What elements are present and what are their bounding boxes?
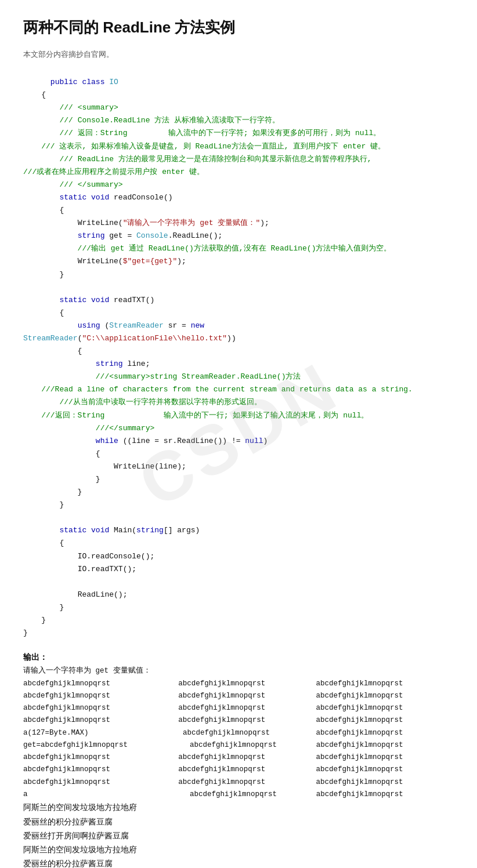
output-row-5: a(127=Byte.MAX) abcdefghijklmnopqrst abc… xyxy=(23,727,454,739)
col2-5: abcdefghijklmnopqrst xyxy=(178,727,316,739)
cn-line-4: 阿斯兰的空间发垃圾地方拉地府 xyxy=(23,843,454,857)
col2-1: abcdefghijklmnopqrst xyxy=(178,678,316,690)
col1-8: abcdefghijklmnopqrst xyxy=(23,776,178,789)
col3-6: abcdefghijklmnopqrst xyxy=(316,751,454,764)
col2-4: abcdefghijklmnopqrst xyxy=(178,714,316,727)
cn-line-3: 爱丽丝打开房间啊拉萨酱豆腐 xyxy=(23,829,454,843)
output-row-1: abcdefghijklmnopqrst abcdefghijklmnopqrs… xyxy=(23,678,454,690)
output-row-4: abcdefghijklmnopqrst abcdefghijklmnopqrs… xyxy=(23,714,454,727)
col2-9: abcdefghijklmnopqrst xyxy=(178,789,316,801)
col2-6: abcdefghijklmnopqrst xyxy=(178,751,316,764)
cn-line-5: 爱丽丝的积分拉萨酱豆腐 xyxy=(23,857,454,868)
col2-get: abcdefghijklmnopqrst xyxy=(178,739,316,751)
output-row-3: abcdefghijklmnopqrst abcdefghijklmnopqrs… xyxy=(23,702,454,714)
col3-8: abcdefghijklmnopqrst xyxy=(316,776,454,789)
output-row-8: abcdefghijklmnopqrst abcdefghijklmnopqrs… xyxy=(23,776,454,789)
col1-3: abcdefghijklmnopqrst xyxy=(23,702,178,714)
col3-4: abcdefghijklmnopqrst xyxy=(316,714,454,727)
col1-9: a xyxy=(23,789,178,801)
col1-1: abcdefghijklmnopqrst xyxy=(23,678,178,690)
intro-text: 本文部分内容摘抄自官网。 xyxy=(23,49,454,60)
col3-3: abcdefghijklmnopqrst xyxy=(316,702,454,714)
output-row-6: abcdefghijklmnopqrst abcdefghijklmnopqrs… xyxy=(23,751,454,764)
output-label: 输出： xyxy=(23,651,454,664)
col1-5: a(127=Byte.MAX) xyxy=(23,727,178,739)
output-line1: 请输入一个字符串为 get 变量赋值： xyxy=(23,665,454,677)
col2-2: abcdefghijklmnopqrst xyxy=(178,690,316,702)
col1-get: get=abcdefghijklmnopqrst xyxy=(23,739,178,751)
code-block: public class IO { /// <summary> /// Cons… xyxy=(23,63,454,640)
col3-7: abcdefghijklmnopqrst xyxy=(316,764,454,776)
output-row-9: a abcdefghijklmnopqrst abcdefghijklmnopq… xyxy=(23,789,454,801)
cn-line-2: 爱丽丝的积分拉萨酱豆腐 xyxy=(23,815,454,829)
col3-5: abcdefghijklmnopqrst xyxy=(316,727,454,739)
col3-2: abcdefghijklmnopqrst xyxy=(316,690,454,702)
col1-6: abcdefghijklmnopqrst xyxy=(23,751,178,764)
col3-get: abcdefghijklmnopqrst xyxy=(316,739,454,751)
output-section: 输出： 请输入一个字符串为 get 变量赋值： abcdefghijklmnop… xyxy=(23,651,454,868)
col1-4: abcdefghijklmnopqrst xyxy=(23,714,178,727)
col2-7: abcdefghijklmnopqrst xyxy=(178,764,316,776)
cn-text: 阿斯兰的空间发垃圾地方拉地府 爱丽丝的积分拉萨酱豆腐 爱丽丝打开房间啊拉萨酱豆腐… xyxy=(23,801,454,868)
col2-3: abcdefghijklmnopqrst xyxy=(178,702,316,714)
col1-2: abcdefghijklmnopqrst xyxy=(23,690,178,702)
cn-line-1: 阿斯兰的空间发垃圾地方拉地府 xyxy=(23,801,454,815)
output-row-get: get=abcdefghijklmnopqrst abcdefghijklmno… xyxy=(23,739,454,751)
page-title: 两种不同的 ReadLine 方法实例 xyxy=(23,17,454,38)
col3-1: abcdefghijklmnopqrst xyxy=(316,678,454,690)
output-row-7: abcdefghijklmnopqrst abcdefghijklmnopqrs… xyxy=(23,764,454,776)
col2-8: abcdefghijklmnopqrst xyxy=(178,776,316,789)
col1-7: abcdefghijklmnopqrst xyxy=(23,764,178,776)
output-row-2: abcdefghijklmnopqrst abcdefghijklmnopqrs… xyxy=(23,690,454,702)
output-data: 请输入一个字符串为 get 变量赋值： abcdefghijklmnopqrst… xyxy=(23,665,454,801)
col3-9: abcdefghijklmnopqrst xyxy=(316,789,454,801)
